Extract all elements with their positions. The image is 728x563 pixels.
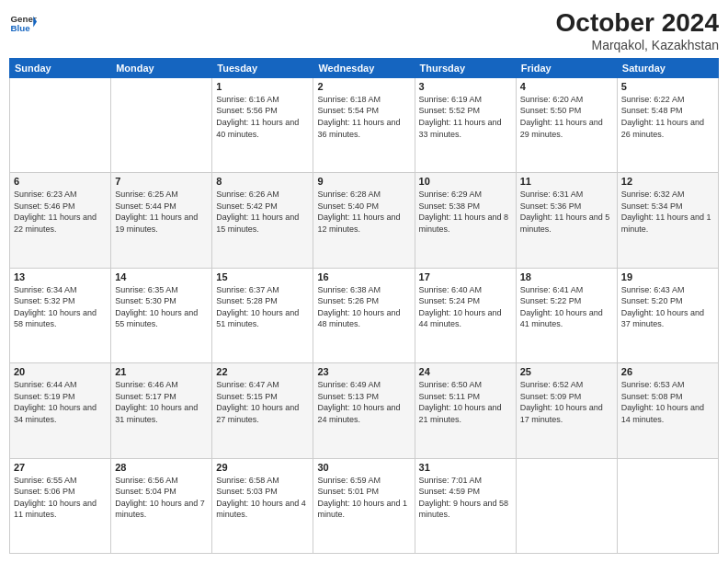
day-info: Sunrise: 6:25 AMSunset: 5:44 PMDaylight:… [115, 189, 208, 235]
day-cell [516, 458, 617, 553]
day-info: Sunrise: 6:29 AMSunset: 5:38 PMDaylight:… [419, 189, 512, 235]
day-info: Sunrise: 6:50 AMSunset: 5:11 PMDaylight:… [419, 379, 512, 425]
day-info: Sunrise: 6:52 AMSunset: 5:09 PMDaylight:… [520, 379, 613, 425]
col-header-thursday: Thursday [415, 58, 516, 77]
col-header-wednesday: Wednesday [313, 58, 415, 77]
day-number: 26 [621, 366, 714, 377]
col-header-sunday: Sunday [10, 58, 111, 77]
day-cell: 1Sunrise: 6:16 AMSunset: 5:56 PMDaylight… [212, 77, 313, 172]
day-info: Sunrise: 6:43 AMSunset: 5:20 PMDaylight:… [621, 284, 714, 330]
day-number: 19 [621, 271, 714, 282]
day-cell: 27Sunrise: 6:55 AMSunset: 5:06 PMDayligh… [10, 458, 111, 553]
svg-text:Blue: Blue [11, 23, 31, 33]
day-cell: 4Sunrise: 6:20 AMSunset: 5:50 PMDaylight… [516, 77, 617, 172]
day-number: 11 [520, 176, 613, 187]
day-cell: 17Sunrise: 6:40 AMSunset: 5:24 PMDayligh… [415, 268, 516, 362]
day-info: Sunrise: 6:35 AMSunset: 5:30 PMDaylight:… [115, 284, 208, 330]
day-number: 28 [115, 462, 208, 473]
day-info: Sunrise: 6:18 AMSunset: 5:54 PMDaylight:… [317, 94, 410, 140]
day-number: 13 [14, 271, 107, 282]
day-number: 14 [115, 271, 208, 282]
day-number: 17 [419, 271, 512, 282]
day-number: 1 [216, 81, 309, 92]
day-cell: 13Sunrise: 6:34 AMSunset: 5:32 PMDayligh… [10, 268, 111, 362]
week-row-5: 27Sunrise: 6:55 AMSunset: 5:06 PMDayligh… [10, 458, 719, 553]
week-row-2: 6Sunrise: 6:23 AMSunset: 5:46 PMDaylight… [10, 173, 719, 268]
day-number: 4 [520, 81, 613, 92]
col-header-monday: Monday [111, 58, 212, 77]
day-info: Sunrise: 6:32 AMSunset: 5:34 PMDaylight:… [621, 189, 714, 235]
col-header-tuesday: Tuesday [212, 58, 313, 77]
day-number: 27 [14, 462, 107, 473]
day-number: 16 [317, 271, 410, 282]
day-info: Sunrise: 6:46 AMSunset: 5:17 PMDaylight:… [115, 379, 208, 425]
day-cell: 23Sunrise: 6:49 AMSunset: 5:13 PMDayligh… [313, 363, 415, 458]
day-number: 31 [419, 462, 512, 473]
day-number: 22 [216, 366, 309, 377]
day-cell: 20Sunrise: 6:44 AMSunset: 5:19 PMDayligh… [10, 363, 111, 458]
day-info: Sunrise: 6:55 AMSunset: 5:06 PMDaylight:… [14, 475, 107, 521]
day-number: 15 [216, 271, 309, 282]
week-row-4: 20Sunrise: 6:44 AMSunset: 5:19 PMDayligh… [10, 363, 719, 458]
col-header-saturday: Saturday [617, 58, 718, 77]
day-cell: 19Sunrise: 6:43 AMSunset: 5:20 PMDayligh… [617, 268, 718, 362]
header-row: SundayMondayTuesdayWednesdayThursdayFrid… [10, 58, 719, 77]
day-info: Sunrise: 6:44 AMSunset: 5:19 PMDaylight:… [14, 379, 107, 425]
day-number: 24 [419, 366, 512, 377]
day-cell: 9Sunrise: 6:28 AMSunset: 5:40 PMDaylight… [313, 173, 415, 268]
day-number: 3 [419, 81, 512, 92]
col-header-friday: Friday [516, 58, 617, 77]
day-cell: 31Sunrise: 7:01 AMSunset: 4:59 PMDayligh… [415, 458, 516, 553]
generalblue-logo-icon: General Blue [9, 9, 37, 37]
day-number: 9 [317, 176, 410, 187]
header: General Blue October 2024 Marqakol, Kaza… [9, 9, 719, 52]
day-info: Sunrise: 6:58 AMSunset: 5:03 PMDaylight:… [216, 475, 309, 521]
day-number: 8 [216, 176, 309, 187]
svg-text:General: General [11, 14, 38, 24]
day-cell: 2Sunrise: 6:18 AMSunset: 5:54 PMDaylight… [313, 77, 415, 172]
day-info: Sunrise: 6:38 AMSunset: 5:26 PMDaylight:… [317, 284, 410, 330]
day-cell: 24Sunrise: 6:50 AMSunset: 5:11 PMDayligh… [415, 363, 516, 458]
day-cell: 30Sunrise: 6:59 AMSunset: 5:01 PMDayligh… [313, 458, 415, 553]
day-number: 10 [419, 176, 512, 187]
day-info: Sunrise: 6:26 AMSunset: 5:42 PMDaylight:… [216, 189, 309, 235]
day-cell [10, 77, 111, 172]
day-info: Sunrise: 6:59 AMSunset: 5:01 PMDaylight:… [317, 475, 410, 521]
day-cell: 18Sunrise: 6:41 AMSunset: 5:22 PMDayligh… [516, 268, 617, 362]
day-cell: 8Sunrise: 6:26 AMSunset: 5:42 PMDaylight… [212, 173, 313, 268]
day-number: 29 [216, 462, 309, 473]
day-info: Sunrise: 6:37 AMSunset: 5:28 PMDaylight:… [216, 284, 309, 330]
day-info: Sunrise: 6:19 AMSunset: 5:52 PMDaylight:… [419, 94, 512, 140]
day-number: 12 [621, 176, 714, 187]
day-cell: 25Sunrise: 6:52 AMSunset: 5:09 PMDayligh… [516, 363, 617, 458]
day-info: Sunrise: 6:31 AMSunset: 5:36 PMDaylight:… [520, 189, 613, 235]
day-number: 18 [520, 271, 613, 282]
location: Marqakol, Kazakhstan [556, 38, 719, 52]
day-cell: 6Sunrise: 6:23 AMSunset: 5:46 PMDaylight… [10, 173, 111, 268]
day-cell: 22Sunrise: 6:47 AMSunset: 5:15 PMDayligh… [212, 363, 313, 458]
day-info: Sunrise: 6:56 AMSunset: 5:04 PMDaylight:… [115, 475, 208, 521]
day-number: 21 [115, 366, 208, 377]
day-cell: 10Sunrise: 6:29 AMSunset: 5:38 PMDayligh… [415, 173, 516, 268]
day-info: Sunrise: 6:23 AMSunset: 5:46 PMDaylight:… [14, 189, 107, 235]
day-cell [617, 458, 718, 553]
day-cell: 28Sunrise: 6:56 AMSunset: 5:04 PMDayligh… [111, 458, 212, 553]
day-number: 7 [115, 176, 208, 187]
day-number: 23 [317, 366, 410, 377]
day-info: Sunrise: 6:47 AMSunset: 5:15 PMDaylight:… [216, 379, 309, 425]
day-cell: 14Sunrise: 6:35 AMSunset: 5:30 PMDayligh… [111, 268, 212, 362]
day-cell: 5Sunrise: 6:22 AMSunset: 5:48 PMDaylight… [617, 77, 718, 172]
day-cell: 3Sunrise: 6:19 AMSunset: 5:52 PMDaylight… [415, 77, 516, 172]
day-info: Sunrise: 7:01 AMSunset: 4:59 PMDaylight:… [419, 475, 512, 521]
day-cell: 16Sunrise: 6:38 AMSunset: 5:26 PMDayligh… [313, 268, 415, 362]
day-number: 20 [14, 366, 107, 377]
day-info: Sunrise: 6:16 AMSunset: 5:56 PMDaylight:… [216, 94, 309, 140]
day-cell: 15Sunrise: 6:37 AMSunset: 5:28 PMDayligh… [212, 268, 313, 362]
day-number: 6 [14, 176, 107, 187]
month-title: October 2024 [556, 9, 719, 38]
day-number: 25 [520, 366, 613, 377]
day-info: Sunrise: 6:20 AMSunset: 5:50 PMDaylight:… [520, 94, 613, 140]
day-cell: 11Sunrise: 6:31 AMSunset: 5:36 PMDayligh… [516, 173, 617, 268]
day-info: Sunrise: 6:41 AMSunset: 5:22 PMDaylight:… [520, 284, 613, 330]
day-number: 5 [621, 81, 714, 92]
